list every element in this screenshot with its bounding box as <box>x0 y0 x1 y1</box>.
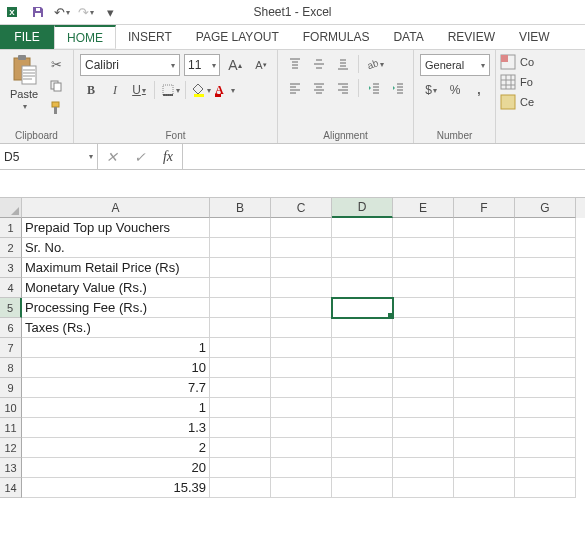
cell-C7[interactable] <box>271 338 332 358</box>
row-header[interactable]: 10 <box>0 398 22 418</box>
cell-D13[interactable] <box>332 458 393 478</box>
cell-G11[interactable] <box>515 418 576 438</box>
cell-G13[interactable] <box>515 458 576 478</box>
tab-file[interactable]: FILE <box>0 25 54 49</box>
cell-E3[interactable] <box>393 258 454 278</box>
cell-G10[interactable] <box>515 398 576 418</box>
cell-E14[interactable] <box>393 478 454 498</box>
font-color-button[interactable]: A▾ <box>214 80 236 100</box>
cell-C1[interactable] <box>271 218 332 238</box>
col-header-E[interactable]: E <box>393 198 454 218</box>
cell-B12[interactable] <box>210 438 271 458</box>
tab-review[interactable]: REVIEW <box>436 25 507 49</box>
cell-A6[interactable]: Taxes (Rs.) <box>22 318 210 338</box>
cell-F11[interactable] <box>454 418 515 438</box>
cell-F7[interactable] <box>454 338 515 358</box>
cell-G1[interactable] <box>515 218 576 238</box>
row-header[interactable]: 6 <box>0 318 22 338</box>
cell-C13[interactable] <box>271 458 332 478</box>
row-header[interactable]: 5 <box>0 298 22 318</box>
italic-button[interactable]: I <box>104 80 126 100</box>
align-left-button[interactable] <box>284 78 306 98</box>
tab-view[interactable]: VIEW <box>507 25 562 49</box>
cell-D3[interactable] <box>332 258 393 278</box>
cell-B2[interactable] <box>210 238 271 258</box>
insert-function-button[interactable]: fx <box>154 149 182 165</box>
cell-C9[interactable] <box>271 378 332 398</box>
cell-D12[interactable] <box>332 438 393 458</box>
cell-D10[interactable] <box>332 398 393 418</box>
row-header[interactable]: 1 <box>0 218 22 238</box>
number-format-combo[interactable]: General▾ <box>420 54 490 76</box>
cell-A4[interactable]: Monetary Value (Rs.) <box>22 278 210 298</box>
cell-E8[interactable] <box>393 358 454 378</box>
comma-style-button[interactable]: , <box>468 80 490 100</box>
align-middle-button[interactable] <box>308 54 330 74</box>
cell-C5[interactable] <box>271 298 332 318</box>
redo-icon[interactable]: ↷▾ <box>76 2 96 22</box>
cell-B7[interactable] <box>210 338 271 358</box>
cell-F4[interactable] <box>454 278 515 298</box>
cell-C6[interactable] <box>271 318 332 338</box>
percent-style-button[interactable]: % <box>444 80 466 100</box>
bold-button[interactable]: B <box>80 80 102 100</box>
qat-customize-icon[interactable]: ▾ <box>100 2 120 22</box>
save-icon[interactable] <box>28 2 48 22</box>
cell-A8[interactable]: 10 <box>22 358 210 378</box>
row-header[interactable]: 4 <box>0 278 22 298</box>
cell-A2[interactable]: Sr. No. <box>22 238 210 258</box>
cell-D7[interactable] <box>332 338 393 358</box>
conditional-formatting-label[interactable]: Co <box>520 56 534 68</box>
cell-F9[interactable] <box>454 378 515 398</box>
align-top-button[interactable] <box>284 54 306 74</box>
cell-C11[interactable] <box>271 418 332 438</box>
select-all-corner[interactable] <box>0 198 22 218</box>
cell-B5[interactable] <box>210 298 271 318</box>
cell-E1[interactable] <box>393 218 454 238</box>
cell-G12[interactable] <box>515 438 576 458</box>
cell-F10[interactable] <box>454 398 515 418</box>
cell-C2[interactable] <box>271 238 332 258</box>
enter-formula-icon[interactable]: ✓ <box>126 149 154 165</box>
cell-E13[interactable] <box>393 458 454 478</box>
cell-A9[interactable]: 7.7 <box>22 378 210 398</box>
cell-G6[interactable] <box>515 318 576 338</box>
shrink-font-button[interactable]: A▾ <box>250 55 272 75</box>
cell-B8[interactable] <box>210 358 271 378</box>
name-box[interactable]: D5▾ <box>0 144 98 169</box>
row-header[interactable]: 3 <box>0 258 22 278</box>
cell-A14[interactable]: 15.39 <box>22 478 210 498</box>
col-header-C[interactable]: C <box>271 198 332 218</box>
row-header[interactable]: 8 <box>0 358 22 378</box>
cell-B1[interactable] <box>210 218 271 238</box>
row-header[interactable]: 14 <box>0 478 22 498</box>
tab-page-layout[interactable]: PAGE LAYOUT <box>184 25 291 49</box>
row-header[interactable]: 11 <box>0 418 22 438</box>
format-as-table-label[interactable]: Fo <box>520 76 533 88</box>
cell-F14[interactable] <box>454 478 515 498</box>
cell-F13[interactable] <box>454 458 515 478</box>
col-header-A[interactable]: A <box>22 198 210 218</box>
format-painter-icon[interactable] <box>46 98 66 118</box>
cell-E9[interactable] <box>393 378 454 398</box>
col-header-D[interactable]: D <box>332 198 393 218</box>
tab-home[interactable]: HOME <box>54 25 116 49</box>
cell-A11[interactable]: 1.3 <box>22 418 210 438</box>
cell-G2[interactable] <box>515 238 576 258</box>
excel-app-icon[interactable]: X <box>4 2 24 22</box>
font-name-combo[interactable]: Calibri▾ <box>80 54 180 76</box>
cell-F12[interactable] <box>454 438 515 458</box>
col-header-F[interactable]: F <box>454 198 515 218</box>
cell-D5[interactable] <box>332 298 393 318</box>
cell-D14[interactable] <box>332 478 393 498</box>
cell-F8[interactable] <box>454 358 515 378</box>
cell-G14[interactable] <box>515 478 576 498</box>
cell-D11[interactable] <box>332 418 393 438</box>
tab-insert[interactable]: INSERT <box>116 25 184 49</box>
cell-F1[interactable] <box>454 218 515 238</box>
cell-D9[interactable] <box>332 378 393 398</box>
copy-icon[interactable] <box>46 76 66 96</box>
tab-data[interactable]: DATA <box>381 25 435 49</box>
cell-G3[interactable] <box>515 258 576 278</box>
borders-button[interactable]: ▾ <box>159 80 181 100</box>
